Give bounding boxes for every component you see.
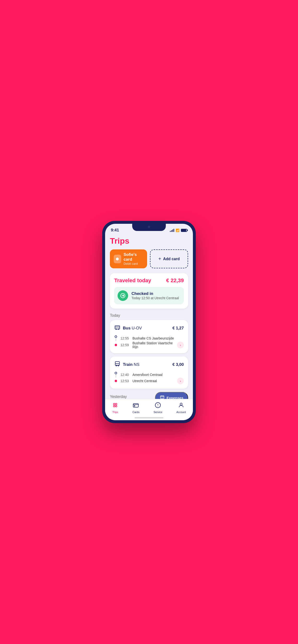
trip-stop-row: 12:55 Bushalte CS Jaarbeurszijde [114, 336, 184, 341]
today-section-label: Today [110, 314, 188, 318]
svg-point-15 [115, 406, 117, 407]
checkin-arrow-icon [117, 290, 128, 301]
stop-indicator [114, 336, 117, 341]
stop-name: Bushalte CS Jaarbeurszijde [132, 336, 184, 340]
status-time: 9:41 [111, 228, 119, 233]
nav-service[interactable]: Service [150, 401, 166, 414]
stop-name: Utrecht Centraal [132, 379, 174, 383]
camera [148, 226, 150, 228]
svg-point-24 [158, 406, 158, 406]
stop-line [116, 374, 116, 378]
account-nav-label: Account [176, 411, 186, 414]
account-nav-icon [178, 402, 184, 410]
trip-bus-price: € 1,27 [173, 326, 184, 330]
expenses-icon [160, 395, 165, 399]
card-selector: Sofie's card Debit card + Add card [110, 250, 188, 268]
stop-dot-filled [115, 344, 117, 346]
battery-icon [181, 229, 187, 232]
traveled-today-card: Traveled today € 22,39 Checked in Today … [110, 273, 188, 308]
sofie-card-type: Debit card [123, 262, 143, 266]
traveled-amount: € 22,39 [166, 278, 184, 284]
add-card-label: Add card [163, 257, 180, 261]
signal-icon [170, 228, 174, 232]
trip-bus-label: Bus U-OV [123, 326, 142, 330]
stop-line [116, 338, 116, 341]
svg-rect-8 [160, 396, 164, 399]
trips-nav-icon [112, 402, 118, 410]
cards-nav-icon [133, 402, 139, 410]
svg-point-13 [115, 403, 117, 405]
wifi-icon: 📶 [176, 228, 180, 232]
stop-time: 12:59 [120, 343, 129, 347]
stop-indicator [114, 372, 117, 378]
stop-dot-empty [115, 372, 117, 374]
stop-time: 12:53 [120, 379, 129, 383]
svg-rect-2 [115, 326, 120, 329]
stop-name: Amersfoort Centraal [132, 373, 184, 376]
sofie-card-button[interactable]: Sofie's card Debit card [110, 250, 147, 268]
main-content: Trips Sofie's card Debit card [105, 234, 193, 399]
stop-time: 12:55 [120, 336, 129, 340]
nav-trips[interactable]: Trips [108, 401, 122, 414]
service-nav-icon [155, 402, 161, 410]
status-icons: 📶 [170, 228, 187, 232]
svg-point-25 [180, 403, 182, 405]
stop-dot-empty [115, 336, 117, 338]
checkin-detail: Today 12:50 at Utrecht Centraal [131, 296, 179, 300]
add-card-button[interactable]: + Add card [150, 250, 188, 268]
expenses-button[interactable]: Expenses [155, 392, 188, 399]
expenses-label: Expenses [167, 396, 183, 399]
nav-cards[interactable]: Cards [129, 401, 143, 414]
trip-type-row-train: Train NS [114, 361, 139, 368]
svg-point-14 [113, 406, 115, 407]
trip-card-train[interactable]: Train NS € 3,00 12:40 Amersfoort Centraa… [110, 356, 188, 388]
phone-frame: 9:41 📶 Trips [102, 221, 196, 423]
trip-train-label: Train NS [123, 362, 139, 367]
cards-nav-label: Cards [132, 411, 139, 414]
sofie-card-name: Sofie's card [123, 252, 143, 262]
bus-icon [114, 324, 120, 332]
traveled-header: Traveled today € 22,39 [114, 278, 184, 284]
home-bar [135, 417, 163, 418]
traveled-label: Traveled today [114, 278, 151, 284]
yesterday-section-label: Yesterday [110, 394, 127, 399]
trip-card-bus-header: Bus U-OV € 1,27 [114, 324, 184, 332]
yesterday-section: Yesterday Expenses [110, 392, 188, 399]
stop-name: Bushalte Station Vaartsche Rijn [132, 341, 174, 349]
stop-time: 12:40 [120, 373, 129, 376]
stop-dot-filled [115, 380, 117, 382]
trip-stop-row: 12:40 Amersfoort Centraal [114, 372, 184, 378]
stop-indicator [114, 380, 117, 382]
trip-detail-chevron[interactable]: › [177, 342, 184, 348]
trip-stop-row: 12:59 Bushalte Station Vaartsche Rijn › [114, 341, 184, 349]
trip-card-bus[interactable]: Bus U-OV € 1,27 12:55 Bushalte CS Jaarbe… [110, 320, 188, 353]
sofie-card-info: Sofie's card Debit card [123, 252, 143, 266]
checkin-status: Checked in [131, 291, 179, 296]
phone-screen: 9:41 📶 Trips [105, 224, 193, 420]
checkin-text: Checked in Today 12:50 at Utrecht Centra… [131, 291, 179, 300]
page-title: Trips [110, 236, 188, 246]
svg-rect-20 [133, 404, 139, 407]
trip-type-row-bus: Bus U-OV [114, 324, 142, 332]
svg-point-12 [113, 403, 115, 405]
stop-indicator [114, 344, 117, 346]
trip-train-price: € 3,00 [173, 362, 184, 367]
trips-nav-label: Trips [112, 411, 118, 414]
plus-icon: + [158, 256, 161, 262]
trip-bus-stops: 12:55 Bushalte CS Jaarbeurszijde 12:59 B… [114, 336, 184, 349]
trip-detail-chevron[interactable]: › [177, 378, 184, 384]
notch [132, 224, 166, 231]
checked-in-box: Checked in Today 12:50 at Utrecht Centra… [114, 287, 184, 304]
bottom-nav: Trips Cards [105, 399, 193, 416]
svg-point-21 [134, 406, 135, 406]
trip-card-train-header: Train NS € 3,00 [114, 361, 184, 368]
trip-train-stops: 12:40 Amersfoort Centraal 12:53 Utrecht … [114, 372, 184, 384]
home-indicator [105, 416, 193, 420]
trip-stop-row: 12:53 Utrecht Centraal › [114, 378, 184, 384]
card-nfc-icon [114, 255, 121, 263]
nav-account[interactable]: Account [173, 401, 190, 414]
train-icon [114, 361, 120, 368]
svg-point-0 [117, 258, 118, 259]
service-nav-label: Service [154, 411, 163, 414]
